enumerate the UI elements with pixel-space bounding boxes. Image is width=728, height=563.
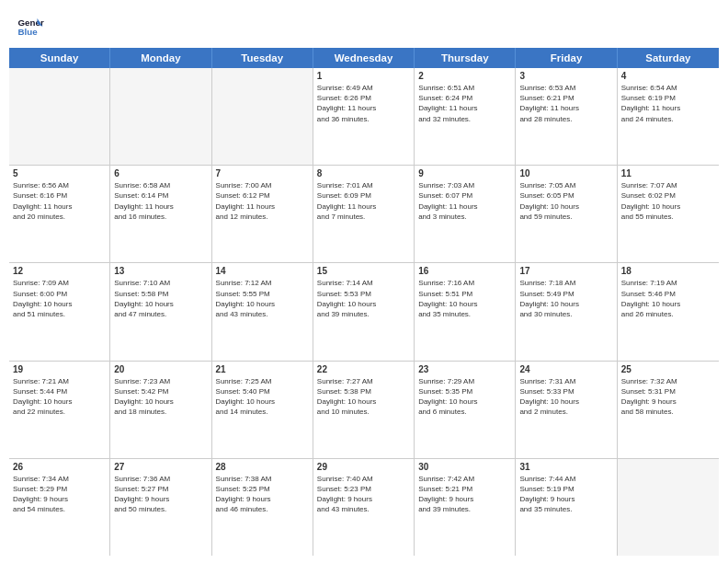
- cell-info-line: Sunrise: 7:42 AM: [418, 474, 511, 484]
- cell-info-line: Sunrise: 7:07 AM: [621, 180, 715, 190]
- day-number: 12: [13, 266, 106, 276]
- cell-info-line: Daylight: 10 hours: [317, 396, 410, 407]
- day-cell-15: 15Sunrise: 7:14 AMSunset: 5:53 PMDayligh…: [313, 263, 415, 360]
- day-cell-19: 19Sunrise: 7:21 AMSunset: 5:44 PMDayligh…: [9, 362, 110, 458]
- weekday-header-sunday: Sunday: [9, 48, 110, 68]
- day-number: 24: [519, 364, 612, 374]
- cell-info-line: Daylight: 10 hours: [519, 299, 612, 309]
- cell-info-line: Sunrise: 7:03 AM: [418, 180, 511, 190]
- cell-info-line: Daylight: 10 hours: [114, 396, 207, 407]
- cell-info-line: Sunset: 6:26 PM: [317, 93, 410, 103]
- day-cell-18: 18Sunrise: 7:19 AMSunset: 5:46 PMDayligh…: [618, 263, 719, 360]
- day-number: 8: [317, 168, 410, 178]
- header: General Blue: [0, 0, 728, 48]
- cell-info-line: Sunrise: 6:58 AM: [114, 180, 207, 190]
- cell-info-line: Sunset: 6:16 PM: [13, 190, 106, 201]
- calendar-row-0: 1Sunrise: 6:49 AMSunset: 6:26 PMDaylight…: [9, 68, 719, 166]
- day-cell-21: 21Sunrise: 7:25 AMSunset: 5:40 PMDayligh…: [212, 362, 313, 458]
- day-cell-27: 27Sunrise: 7:36 AMSunset: 5:27 PMDayligh…: [110, 459, 211, 556]
- cell-info-line: Daylight: 9 hours: [114, 494, 207, 504]
- cell-info-line: Sunset: 5:40 PM: [216, 386, 309, 396]
- cell-info-line: and 46 minutes.: [216, 504, 309, 514]
- day-cell-28: 28Sunrise: 7:38 AMSunset: 5:25 PMDayligh…: [212, 459, 313, 556]
- cell-info-line: Sunrise: 7:32 AM: [621, 376, 715, 386]
- cell-info-line: Sunset: 5:42 PM: [114, 386, 207, 396]
- cell-info-line: and 54 minutes.: [13, 504, 106, 514]
- day-cell-31: 31Sunrise: 7:44 AMSunset: 5:19 PMDayligh…: [516, 459, 617, 556]
- cell-info-line: Daylight: 9 hours: [418, 494, 511, 504]
- cell-info-line: Sunrise: 6:49 AM: [317, 83, 410, 93]
- cell-info-line: Sunrise: 7:23 AM: [114, 376, 207, 386]
- cell-info-line: and 43 minutes.: [216, 309, 309, 319]
- cell-info-line: and 16 minutes.: [114, 212, 207, 222]
- cell-info-line: Daylight: 10 hours: [13, 396, 106, 407]
- cell-info-line: Sunset: 6:02 PM: [621, 190, 715, 201]
- day-number: 2: [418, 71, 511, 81]
- cell-info-line: Sunset: 6:00 PM: [13, 289, 106, 299]
- cell-info-line: Sunset: 6:09 PM: [317, 190, 410, 201]
- cell-info-line: and 30 minutes.: [519, 309, 612, 319]
- cell-info-line: and 3 minutes.: [418, 212, 511, 222]
- day-number: 16: [418, 266, 511, 276]
- cell-info-line: Sunrise: 7:21 AM: [13, 376, 106, 386]
- logo-icon: General Blue: [17, 13, 44, 40]
- cell-info-line: Daylight: 11 hours: [519, 103, 612, 113]
- cell-info-line: Sunset: 5:29 PM: [13, 484, 106, 494]
- cell-info-line: Sunset: 5:21 PM: [418, 484, 511, 494]
- calendar-row-1: 5Sunrise: 6:56 AMSunset: 6:16 PMDaylight…: [9, 166, 719, 263]
- calendar-body: 1Sunrise: 6:49 AMSunset: 6:26 PMDaylight…: [9, 68, 719, 556]
- cell-info-line: Sunset: 5:51 PM: [418, 289, 511, 299]
- day-cell-1: 1Sunrise: 6:49 AMSunset: 6:26 PMDaylight…: [313, 68, 415, 165]
- cell-info-line: Sunrise: 7:18 AM: [519, 278, 612, 288]
- day-number: 13: [114, 266, 207, 276]
- cell-info-line: Sunrise: 6:56 AM: [13, 180, 106, 190]
- cell-info-line: Daylight: 10 hours: [418, 299, 511, 309]
- cell-info-line: Sunrise: 7:10 AM: [114, 278, 207, 288]
- day-number: 21: [216, 364, 309, 374]
- cell-info-line: Sunset: 6:05 PM: [519, 190, 612, 201]
- cell-info-line: Daylight: 10 hours: [13, 299, 106, 309]
- day-cell-14: 14Sunrise: 7:12 AMSunset: 5:55 PMDayligh…: [212, 263, 313, 360]
- day-cell-6: 6Sunrise: 6:58 AMSunset: 6:14 PMDaylight…: [110, 166, 211, 262]
- cell-info-line: Daylight: 9 hours: [317, 494, 410, 504]
- day-cell-11: 11Sunrise: 7:07 AMSunset: 6:02 PMDayligh…: [618, 166, 719, 262]
- cell-info-line: Sunrise: 7:27 AM: [317, 376, 410, 386]
- cell-info-line: and 12 minutes.: [216, 212, 309, 222]
- day-number: 10: [519, 168, 612, 178]
- cell-info-line: Daylight: 11 hours: [114, 201, 207, 212]
- cell-info-line: and 58 minutes.: [621, 407, 715, 417]
- empty-cell: [212, 68, 313, 165]
- cell-info-line: Daylight: 11 hours: [216, 201, 309, 212]
- cell-info-line: Sunrise: 7:12 AM: [216, 278, 309, 288]
- cell-info-line: Daylight: 11 hours: [317, 201, 410, 212]
- cell-info-line: Daylight: 10 hours: [317, 299, 410, 309]
- cell-info-line: and 2 minutes.: [519, 407, 612, 417]
- cell-info-line: Sunrise: 6:54 AM: [621, 83, 715, 93]
- cell-info-line: Sunset: 6:24 PM: [418, 93, 511, 103]
- day-number: 11: [621, 168, 715, 178]
- cell-info-line: Sunset: 6:12 PM: [216, 190, 309, 201]
- cell-info-line: Sunrise: 7:44 AM: [519, 474, 612, 484]
- weekday-header-friday: Friday: [516, 48, 617, 68]
- cell-info-line: and 59 minutes.: [519, 212, 612, 222]
- cell-info-line: Sunrise: 7:19 AM: [621, 278, 715, 288]
- cell-info-line: Sunset: 5:27 PM: [114, 484, 207, 494]
- cell-info-line: Daylight: 9 hours: [621, 396, 715, 407]
- cell-info-line: Daylight: 11 hours: [418, 201, 511, 212]
- day-cell-17: 17Sunrise: 7:18 AMSunset: 5:49 PMDayligh…: [516, 263, 617, 360]
- cell-info-line: and 43 minutes.: [317, 504, 410, 514]
- weekday-header-thursday: Thursday: [415, 48, 516, 68]
- day-cell-10: 10Sunrise: 7:05 AMSunset: 6:05 PMDayligh…: [516, 166, 617, 262]
- cell-info-line: Sunset: 6:21 PM: [519, 93, 612, 103]
- day-cell-24: 24Sunrise: 7:31 AMSunset: 5:33 PMDayligh…: [516, 362, 617, 458]
- day-number: 1: [317, 71, 410, 81]
- cell-info-line: Sunset: 5:53 PM: [317, 289, 410, 299]
- cell-info-line: Sunset: 5:49 PM: [519, 289, 612, 299]
- day-number: 26: [13, 462, 106, 472]
- cell-info-line: Daylight: 10 hours: [621, 201, 715, 212]
- day-cell-12: 12Sunrise: 7:09 AMSunset: 6:00 PMDayligh…: [9, 263, 110, 360]
- cell-info-line: Daylight: 11 hours: [621, 103, 715, 113]
- cell-info-line: Daylight: 11 hours: [418, 103, 511, 113]
- cell-info-line: and 28 minutes.: [519, 114, 612, 124]
- day-number: 30: [418, 462, 511, 472]
